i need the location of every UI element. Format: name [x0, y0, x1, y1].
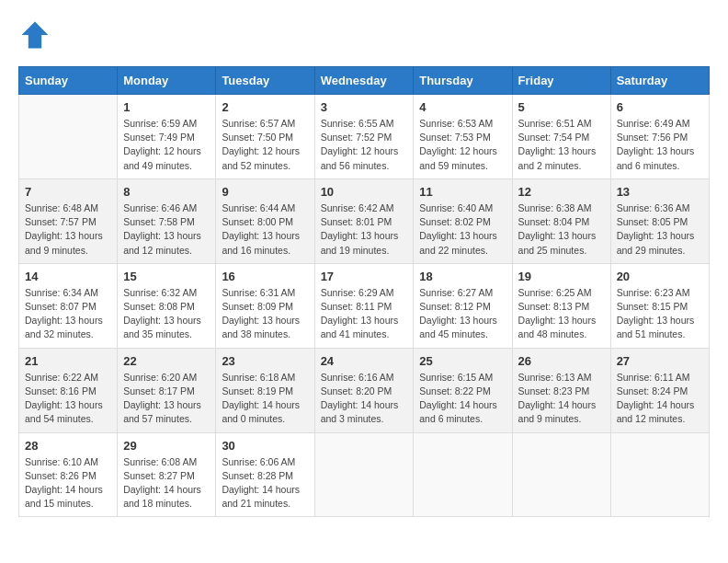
day-number: 25: [419, 354, 506, 368]
day-cell: [512, 432, 610, 517]
day-info: Sunrise: 6:53 AMSunset: 7:53 PMDaylight:…: [419, 117, 506, 173]
day-cell: 16Sunrise: 6:31 AMSunset: 8:09 PMDayligh…: [216, 263, 314, 348]
day-cell: 20Sunrise: 6:23 AMSunset: 8:15 PMDayligh…: [610, 263, 709, 348]
day-info: Sunrise: 6:29 AMSunset: 8:11 PMDaylight:…: [321, 286, 408, 342]
day-info: Sunrise: 6:08 AMSunset: 8:27 PMDaylight:…: [123, 455, 210, 511]
day-cell: [610, 432, 709, 517]
day-number: 8: [123, 185, 210, 199]
day-cell: 25Sunrise: 6:15 AMSunset: 8:22 PMDayligh…: [414, 348, 512, 432]
day-cell: 29Sunrise: 6:08 AMSunset: 8:27 PMDayligh…: [118, 432, 216, 517]
day-info: Sunrise: 6:27 AMSunset: 8:12 PMDaylight:…: [419, 286, 506, 342]
day-info: Sunrise: 6:15 AMSunset: 8:22 PMDaylight:…: [419, 371, 506, 427]
day-number: 12: [518, 185, 605, 199]
day-info: Sunrise: 6:10 AMSunset: 8:26 PMDaylight:…: [25, 455, 111, 511]
day-number: 7: [25, 185, 111, 199]
day-info: Sunrise: 6:18 AMSunset: 8:19 PMDaylight:…: [222, 371, 308, 427]
day-cell: 28Sunrise: 6:10 AMSunset: 8:26 PMDayligh…: [19, 432, 118, 517]
header: [18, 18, 710, 52]
day-cell: 18Sunrise: 6:27 AMSunset: 8:12 PMDayligh…: [414, 263, 512, 348]
day-cell: 4Sunrise: 6:53 AMSunset: 7:53 PMDaylight…: [414, 95, 512, 179]
day-info: Sunrise: 6:49 AMSunset: 7:56 PMDaylight:…: [617, 117, 703, 173]
day-number: 4: [419, 100, 506, 114]
day-cell: 24Sunrise: 6:16 AMSunset: 8:20 PMDayligh…: [314, 348, 414, 432]
day-number: 14: [25, 270, 111, 283]
weekday-header-saturday: Saturday: [610, 67, 709, 95]
day-cell: 2Sunrise: 6:57 AMSunset: 7:50 PMDaylight…: [216, 95, 314, 179]
day-number: 28: [25, 439, 111, 453]
day-info: Sunrise: 6:59 AMSunset: 7:49 PMDaylight:…: [123, 117, 210, 173]
day-number: 21: [25, 354, 111, 368]
day-info: Sunrise: 6:16 AMSunset: 8:20 PMDaylight:…: [321, 371, 408, 427]
day-info: Sunrise: 6:57 AMSunset: 7:50 PMDaylight:…: [222, 117, 308, 173]
day-number: 23: [222, 354, 308, 368]
day-info: Sunrise: 6:34 AMSunset: 8:07 PMDaylight:…: [25, 286, 111, 342]
day-info: Sunrise: 6:22 AMSunset: 8:16 PMDaylight:…: [25, 371, 111, 427]
day-info: Sunrise: 6:11 AMSunset: 8:24 PMDaylight:…: [617, 371, 703, 427]
day-cell: 27Sunrise: 6:11 AMSunset: 8:24 PMDayligh…: [610, 348, 709, 432]
day-cell: [414, 432, 512, 517]
day-cell: 6Sunrise: 6:49 AMSunset: 7:56 PMDaylight…: [610, 95, 709, 179]
day-number: 5: [518, 100, 605, 114]
day-cell: 23Sunrise: 6:18 AMSunset: 8:19 PMDayligh…: [216, 348, 314, 432]
weekday-header-monday: Monday: [118, 67, 216, 95]
day-number: 20: [617, 270, 703, 283]
day-info: Sunrise: 6:25 AMSunset: 8:13 PMDaylight:…: [518, 286, 605, 342]
day-cell: [19, 95, 118, 179]
logo-icon: [18, 18, 51, 52]
day-number: 1: [123, 100, 210, 114]
day-info: Sunrise: 6:40 AMSunset: 8:02 PMDaylight:…: [419, 201, 506, 258]
week-row-3: 14Sunrise: 6:34 AMSunset: 8:07 PMDayligh…: [19, 263, 710, 348]
day-info: Sunrise: 6:55 AMSunset: 7:52 PMDaylight:…: [321, 117, 408, 173]
day-cell: [314, 432, 414, 517]
day-number: 13: [617, 185, 703, 199]
day-cell: 13Sunrise: 6:36 AMSunset: 8:05 PMDayligh…: [610, 178, 709, 263]
day-cell: 22Sunrise: 6:20 AMSunset: 8:17 PMDayligh…: [118, 348, 216, 432]
day-cell: 11Sunrise: 6:40 AMSunset: 8:02 PMDayligh…: [414, 178, 512, 263]
day-number: 18: [419, 270, 506, 283]
week-row-2: 7Sunrise: 6:48 AMSunset: 7:57 PMDaylight…: [19, 178, 710, 263]
svg-marker-0: [22, 22, 49, 49]
day-cell: 5Sunrise: 6:51 AMSunset: 7:54 PMDaylight…: [512, 95, 610, 179]
day-info: Sunrise: 6:51 AMSunset: 7:54 PMDaylight:…: [518, 117, 605, 173]
day-number: 10: [321, 185, 408, 199]
day-cell: 9Sunrise: 6:44 AMSunset: 8:00 PMDaylight…: [216, 178, 314, 263]
day-number: 15: [123, 270, 210, 283]
day-number: 30: [222, 439, 308, 453]
day-cell: 21Sunrise: 6:22 AMSunset: 8:16 PMDayligh…: [19, 348, 118, 432]
day-info: Sunrise: 6:06 AMSunset: 8:28 PMDaylight:…: [222, 455, 308, 511]
day-info: Sunrise: 6:36 AMSunset: 8:05 PMDaylight:…: [617, 201, 703, 258]
weekday-header-wednesday: Wednesday: [314, 67, 414, 95]
weekday-header-friday: Friday: [512, 67, 610, 95]
day-number: 27: [617, 354, 703, 368]
day-cell: 8Sunrise: 6:46 AMSunset: 7:58 PMDaylight…: [118, 178, 216, 263]
day-info: Sunrise: 6:48 AMSunset: 7:57 PMDaylight:…: [25, 201, 111, 258]
day-info: Sunrise: 6:23 AMSunset: 8:15 PMDaylight:…: [617, 286, 703, 342]
weekday-header-thursday: Thursday: [414, 67, 512, 95]
weekday-header-sunday: Sunday: [19, 67, 118, 95]
day-number: 2: [222, 100, 308, 114]
calendar: SundayMondayTuesdayWednesdayThursdayFrid…: [18, 66, 710, 517]
day-cell: 10Sunrise: 6:42 AMSunset: 8:01 PMDayligh…: [314, 178, 414, 263]
day-number: 24: [321, 354, 408, 368]
day-cell: 3Sunrise: 6:55 AMSunset: 7:52 PMDaylight…: [314, 95, 414, 179]
day-number: 3: [321, 100, 408, 114]
day-info: Sunrise: 6:32 AMSunset: 8:08 PMDaylight:…: [123, 286, 210, 342]
day-number: 16: [222, 270, 308, 283]
day-cell: 30Sunrise: 6:06 AMSunset: 8:28 PMDayligh…: [216, 432, 314, 517]
day-info: Sunrise: 6:31 AMSunset: 8:09 PMDaylight:…: [222, 286, 308, 342]
day-number: 19: [518, 270, 605, 283]
day-cell: 26Sunrise: 6:13 AMSunset: 8:23 PMDayligh…: [512, 348, 610, 432]
day-cell: 1Sunrise: 6:59 AMSunset: 7:49 PMDaylight…: [118, 95, 216, 179]
logo: [18, 18, 57, 52]
day-cell: 12Sunrise: 6:38 AMSunset: 8:04 PMDayligh…: [512, 178, 610, 263]
day-cell: 14Sunrise: 6:34 AMSunset: 8:07 PMDayligh…: [19, 263, 118, 348]
week-row-5: 28Sunrise: 6:10 AMSunset: 8:26 PMDayligh…: [19, 432, 710, 517]
week-row-4: 21Sunrise: 6:22 AMSunset: 8:16 PMDayligh…: [19, 348, 710, 432]
day-number: 11: [419, 185, 506, 199]
day-info: Sunrise: 6:42 AMSunset: 8:01 PMDaylight:…: [321, 201, 408, 258]
day-number: 6: [617, 100, 703, 114]
day-info: Sunrise: 6:38 AMSunset: 8:04 PMDaylight:…: [518, 201, 605, 258]
day-number: 22: [123, 354, 210, 368]
day-cell: 15Sunrise: 6:32 AMSunset: 8:08 PMDayligh…: [118, 263, 216, 348]
day-cell: 7Sunrise: 6:48 AMSunset: 7:57 PMDaylight…: [19, 178, 118, 263]
